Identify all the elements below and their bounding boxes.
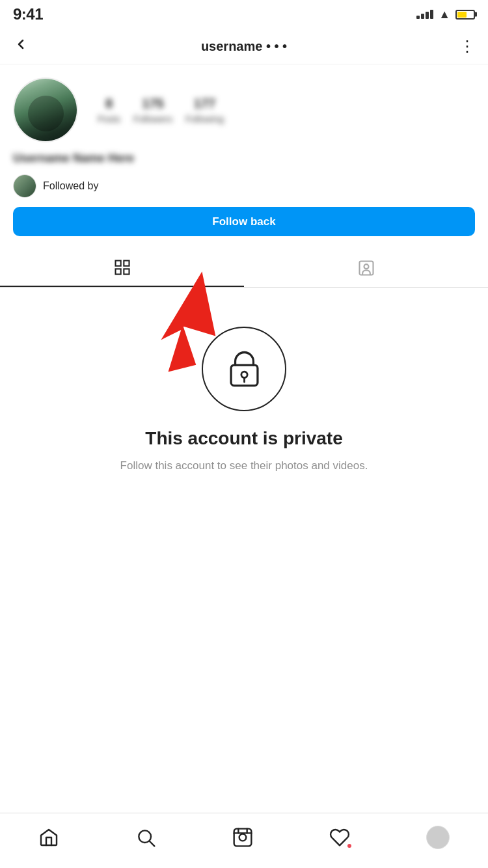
- status-bar-left: 9:41: [13, 5, 43, 23]
- tabs-bar: [0, 253, 488, 288]
- svg-rect-2: [124, 260, 129, 265]
- profile-section: 8 Posts 175 Followers 177 Following User…: [0, 64, 488, 249]
- notification-dot: [346, 843, 353, 849]
- stat-following: 177 Following: [185, 96, 224, 124]
- lock-circle: [202, 327, 286, 411]
- private-title: This account is private: [145, 428, 342, 449]
- stats-container: 8 Posts 175 Followers 177 Following: [98, 96, 475, 124]
- tab-grid[interactable]: [0, 253, 244, 287]
- follow-back-button[interactable]: Follow back: [13, 207, 475, 236]
- wifi-icon: ▲: [439, 8, 450, 21]
- stat-followers: 175 Followers: [133, 96, 172, 124]
- svg-rect-12: [234, 829, 252, 847]
- bottom-nav: [0, 813, 488, 868]
- battery-fill: [457, 12, 467, 18]
- svg-point-6: [364, 264, 368, 269]
- reels-icon: [232, 827, 253, 848]
- status-time: 9:41: [13, 5, 43, 23]
- profile-name: Username Name Here: [13, 152, 134, 165]
- svg-rect-5: [359, 261, 373, 275]
- tagged-icon: [357, 259, 375, 282]
- avatar-placeholder: [14, 79, 77, 141]
- search-icon: [135, 827, 156, 848]
- battery-icon: [455, 10, 475, 20]
- followers-label: Followers: [133, 114, 172, 124]
- nav-home[interactable]: [38, 827, 59, 848]
- svg-point-13: [239, 834, 247, 841]
- followed-by-text: Followed by: [43, 180, 98, 192]
- profile-avatar-nav: [426, 826, 450, 849]
- profile-top: 8 Posts 175 Followers 177 Following: [13, 77, 475, 142]
- home-icon: [38, 827, 59, 848]
- svg-line-11: [150, 841, 154, 846]
- avatar: [13, 77, 78, 142]
- stat-posts: 8 Posts: [98, 96, 120, 124]
- svg-point-8: [241, 372, 247, 377]
- header-menu-button[interactable]: ⋮: [459, 37, 475, 55]
- private-section: This account is private Follow this acco…: [0, 288, 488, 500]
- posts-label: Posts: [98, 114, 120, 124]
- profile-name-row: Username Name Here: [13, 152, 475, 165]
- followers-count: 175: [142, 96, 163, 111]
- back-button[interactable]: [13, 36, 29, 57]
- private-subtitle: Follow this account to see their photos …: [120, 458, 368, 474]
- grid-icon: [113, 258, 131, 281]
- nav-search[interactable]: [135, 827, 156, 848]
- lock-icon: [223, 348, 265, 390]
- header-username: username • • •: [201, 39, 287, 54]
- status-bar: 9:41 ▲: [0, 0, 488, 29]
- nav-activity[interactable]: [329, 827, 350, 848]
- posts-count: 8: [105, 96, 113, 111]
- nav-reels[interactable]: [232, 827, 253, 848]
- follower-mini-avatar: [13, 174, 36, 198]
- following-count: 177: [194, 96, 215, 111]
- svg-rect-4: [124, 269, 129, 274]
- svg-rect-1: [115, 260, 120, 265]
- signal-icon: [416, 10, 433, 19]
- followed-by-row: Followed by: [13, 174, 475, 198]
- status-bar-right: ▲: [416, 8, 475, 21]
- nav-profile[interactable]: [426, 826, 450, 849]
- header: username • • • ⋮: [0, 29, 488, 64]
- tab-tagged[interactable]: [244, 253, 488, 287]
- svg-rect-3: [115, 269, 120, 274]
- following-label: Following: [185, 114, 224, 124]
